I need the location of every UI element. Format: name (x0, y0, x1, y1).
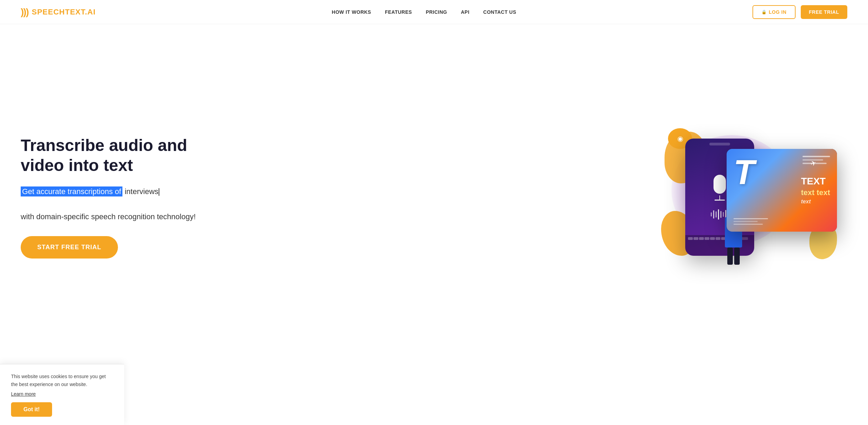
illustration-container: ◉ (658, 128, 837, 266)
logo[interactable]: ))) SPEECHTEXT.AI (21, 7, 96, 18)
hero-typed-word: interviews (124, 187, 158, 196)
hero-desc: with domain-specific speech recognition … (21, 211, 228, 222)
logo-text: SPEECHTEXT.AI (32, 8, 96, 17)
logo-waves-icon: ))) (21, 7, 28, 18)
person-leg-left (727, 247, 733, 265)
nav-contact-us[interactable]: CONTACT US (483, 9, 516, 15)
hero-section: Transcribe audio and video into text Get… (0, 24, 868, 363)
nav-pricing[interactable]: PRICING (426, 9, 447, 15)
hero-content: Transcribe audio and video into text Get… (21, 135, 228, 258)
text-words-illustration: TEXT text text text (801, 176, 830, 205)
person-leg-right (734, 247, 740, 265)
start-free-trial-button[interactable]: START FREE TRIAL (21, 236, 118, 259)
text-word-medium: text text (801, 188, 830, 197)
nav-links: HOW IT WORKS FEATURES PRICING API CONTAC… (332, 9, 516, 15)
tablet-screen: T ✈ TEXT text text text (727, 149, 837, 232)
text-word-small: text (801, 199, 830, 205)
mic-body (714, 175, 726, 194)
hero-subtitle: Get accurate transcriptions of interview… (21, 186, 228, 197)
hero-title: Transcribe audio and video into text (21, 135, 228, 175)
audio-waves-icon: ◉ (677, 134, 683, 143)
nav-api[interactable]: API (461, 9, 469, 15)
text-word-large: TEXT (801, 176, 830, 187)
tablet-device: T ✈ TEXT text text text (727, 149, 837, 232)
hero-highlight-text: Get accurate transcriptions of (21, 186, 122, 196)
login-button[interactable]: 🔒 LOG IN (752, 5, 796, 19)
nav-actions: 🔒 LOG IN FREE TRIAL (752, 5, 847, 19)
nav-how-it-works[interactable]: HOW IT WORKS (332, 9, 371, 15)
cursor (159, 188, 159, 196)
free-trial-nav-button[interactable]: FREE TRIAL (801, 5, 847, 19)
nav-features[interactable]: FEATURES (385, 9, 412, 15)
lock-icon: 🔒 (761, 10, 767, 14)
person-legs (720, 247, 747, 265)
hero-illustration: ◉ (647, 128, 847, 266)
big-t-letter: T (734, 152, 755, 192)
navbar: ))) SPEECHTEXT.AI HOW IT WORKS FEATURES … (0, 0, 868, 24)
